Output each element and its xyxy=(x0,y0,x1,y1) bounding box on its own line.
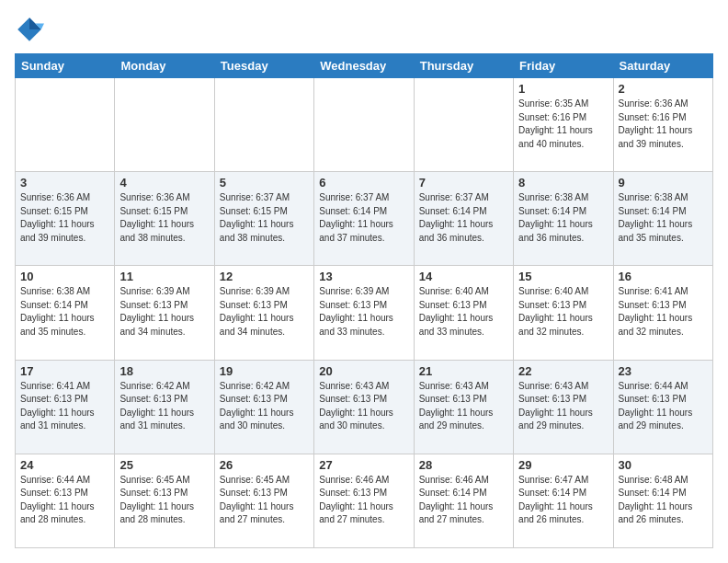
calendar-cell: 11Sunrise: 6:39 AMSunset: 6:13 PMDayligh… xyxy=(115,266,214,360)
day-number: 25 xyxy=(119,458,209,472)
calendar-cell: 7Sunrise: 6:37 AMSunset: 6:14 PMDaylight… xyxy=(414,172,513,266)
day-number: 1 xyxy=(518,82,608,96)
calendar-cell: 29Sunrise: 6:47 AMSunset: 6:14 PMDayligh… xyxy=(514,454,613,547)
week-row-1: 1Sunrise: 6:35 AMSunset: 6:16 PMDaylight… xyxy=(16,78,713,172)
calendar-cell: 5Sunrise: 6:37 AMSunset: 6:15 PMDaylight… xyxy=(214,172,313,266)
day-number: 28 xyxy=(419,458,508,472)
calendar-cell xyxy=(115,78,214,172)
calendar-cell: 9Sunrise: 6:38 AMSunset: 6:14 PMDaylight… xyxy=(613,172,712,266)
day-info: Sunrise: 6:38 AMSunset: 6:14 PMDaylight:… xyxy=(20,285,109,339)
week-row-2: 3Sunrise: 6:36 AMSunset: 6:15 PMDaylight… xyxy=(16,172,713,266)
day-info: Sunrise: 6:41 AMSunset: 6:13 PMDaylight:… xyxy=(20,380,109,433)
calendar-cell: 12Sunrise: 6:39 AMSunset: 6:13 PMDayligh… xyxy=(214,266,313,360)
day-number: 13 xyxy=(319,270,408,283)
day-info: Sunrise: 6:36 AMSunset: 6:15 PMDaylight:… xyxy=(20,191,109,245)
calendar-cell: 18Sunrise: 6:42 AMSunset: 6:13 PMDayligh… xyxy=(115,360,214,454)
calendar-cell: 2Sunrise: 6:36 AMSunset: 6:16 PMDaylight… xyxy=(613,78,712,172)
day-info: Sunrise: 6:46 AMSunset: 6:13 PMDaylight:… xyxy=(319,474,408,527)
day-info: Sunrise: 6:43 AMSunset: 6:13 PMDaylight:… xyxy=(419,380,508,433)
day-info: Sunrise: 6:38 AMSunset: 6:14 PMDaylight:… xyxy=(518,191,608,245)
day-info: Sunrise: 6:35 AMSunset: 6:16 PMDaylight:… xyxy=(518,98,608,151)
week-row-4: 17Sunrise: 6:41 AMSunset: 6:13 PMDayligh… xyxy=(16,360,713,454)
calendar-cell: 6Sunrise: 6:37 AMSunset: 6:14 PMDaylight… xyxy=(314,172,414,266)
calendar-cell xyxy=(214,78,313,172)
calendar-cell: 14Sunrise: 6:40 AMSunset: 6:13 PMDayligh… xyxy=(414,266,513,360)
day-number: 16 xyxy=(619,270,708,283)
calendar-cell xyxy=(16,78,115,172)
day-info: Sunrise: 6:43 AMSunset: 6:13 PMDaylight:… xyxy=(518,380,608,433)
weekday-thursday: Thursday xyxy=(414,54,513,78)
day-info: Sunrise: 6:40 AMSunset: 6:13 PMDaylight:… xyxy=(518,285,608,339)
calendar-cell: 13Sunrise: 6:39 AMSunset: 6:13 PMDayligh… xyxy=(314,266,414,360)
day-number: 4 xyxy=(119,176,209,190)
calendar-cell: 8Sunrise: 6:38 AMSunset: 6:14 PMDaylight… xyxy=(514,172,613,266)
day-info: Sunrise: 6:40 AMSunset: 6:13 PMDaylight:… xyxy=(419,285,508,339)
day-info: Sunrise: 6:48 AMSunset: 6:14 PMDaylight:… xyxy=(619,474,708,527)
day-info: Sunrise: 6:36 AMSunset: 6:16 PMDaylight:… xyxy=(619,98,708,151)
calendar-cell: 16Sunrise: 6:41 AMSunset: 6:13 PMDayligh… xyxy=(613,266,712,360)
page: SundayMondayTuesdayWednesdayThursdayFrid… xyxy=(0,0,728,563)
day-number: 3 xyxy=(20,176,109,190)
day-number: 17 xyxy=(20,364,109,378)
calendar-cell xyxy=(414,78,513,172)
calendar-cell: 23Sunrise: 6:44 AMSunset: 6:13 PMDayligh… xyxy=(613,360,712,454)
day-info: Sunrise: 6:38 AMSunset: 6:14 PMDaylight:… xyxy=(619,191,708,245)
weekday-monday: Monday xyxy=(115,54,214,78)
weekday-tuesday: Tuesday xyxy=(214,54,313,78)
week-row-3: 10Sunrise: 6:38 AMSunset: 6:14 PMDayligh… xyxy=(16,266,713,360)
day-info: Sunrise: 6:37 AMSunset: 6:14 PMDaylight:… xyxy=(319,191,408,245)
day-number: 8 xyxy=(518,176,608,190)
header xyxy=(15,15,713,44)
day-info: Sunrise: 6:42 AMSunset: 6:13 PMDaylight:… xyxy=(119,380,209,433)
day-number: 15 xyxy=(518,270,608,283)
day-info: Sunrise: 6:37 AMSunset: 6:14 PMDaylight:… xyxy=(419,191,508,245)
calendar-cell: 21Sunrise: 6:43 AMSunset: 6:13 PMDayligh… xyxy=(414,360,513,454)
day-number: 22 xyxy=(518,364,608,378)
day-info: Sunrise: 6:41 AMSunset: 6:13 PMDaylight:… xyxy=(619,285,708,339)
weekday-friday: Friday xyxy=(514,54,613,78)
calendar-cell: 30Sunrise: 6:48 AMSunset: 6:14 PMDayligh… xyxy=(613,454,712,547)
day-number: 20 xyxy=(319,364,408,378)
day-info: Sunrise: 6:44 AMSunset: 6:13 PMDaylight:… xyxy=(619,380,708,433)
day-info: Sunrise: 6:39 AMSunset: 6:13 PMDaylight:… xyxy=(319,285,408,339)
day-info: Sunrise: 6:39 AMSunset: 6:13 PMDaylight:… xyxy=(119,285,209,339)
day-number: 9 xyxy=(619,176,708,190)
day-info: Sunrise: 6:45 AMSunset: 6:13 PMDaylight:… xyxy=(220,474,309,527)
day-info: Sunrise: 6:45 AMSunset: 6:13 PMDaylight:… xyxy=(119,474,209,527)
calendar-cell: 4Sunrise: 6:36 AMSunset: 6:15 PMDaylight… xyxy=(115,172,214,266)
day-number: 7 xyxy=(419,176,508,190)
day-number: 29 xyxy=(518,458,608,472)
calendar-cell: 10Sunrise: 6:38 AMSunset: 6:14 PMDayligh… xyxy=(16,266,115,360)
day-number: 11 xyxy=(119,270,209,283)
calendar-cell: 17Sunrise: 6:41 AMSunset: 6:13 PMDayligh… xyxy=(16,360,115,454)
calendar-cell: 27Sunrise: 6:46 AMSunset: 6:13 PMDayligh… xyxy=(314,454,414,547)
day-info: Sunrise: 6:43 AMSunset: 6:13 PMDaylight:… xyxy=(319,380,408,433)
calendar-cell: 25Sunrise: 6:45 AMSunset: 6:13 PMDayligh… xyxy=(115,454,214,547)
week-row-5: 24Sunrise: 6:44 AMSunset: 6:13 PMDayligh… xyxy=(16,454,713,547)
day-number: 14 xyxy=(419,270,508,283)
day-info: Sunrise: 6:36 AMSunset: 6:15 PMDaylight:… xyxy=(119,191,209,245)
day-number: 24 xyxy=(20,458,109,472)
day-number: 19 xyxy=(220,364,309,378)
logo xyxy=(15,15,48,44)
day-number: 23 xyxy=(619,364,708,378)
day-number: 21 xyxy=(419,364,508,378)
day-info: Sunrise: 6:44 AMSunset: 6:13 PMDaylight:… xyxy=(20,474,109,527)
day-info: Sunrise: 6:47 AMSunset: 6:14 PMDaylight:… xyxy=(518,474,608,527)
day-number: 5 xyxy=(220,176,309,190)
calendar-cell: 28Sunrise: 6:46 AMSunset: 6:14 PMDayligh… xyxy=(414,454,513,547)
calendar-cell: 20Sunrise: 6:43 AMSunset: 6:13 PMDayligh… xyxy=(314,360,414,454)
day-number: 6 xyxy=(319,176,408,190)
calendar-cell: 19Sunrise: 6:42 AMSunset: 6:13 PMDayligh… xyxy=(214,360,313,454)
calendar-cell: 26Sunrise: 6:45 AMSunset: 6:13 PMDayligh… xyxy=(214,454,313,547)
day-number: 18 xyxy=(119,364,209,378)
day-number: 27 xyxy=(319,458,408,472)
day-number: 30 xyxy=(619,458,708,472)
weekday-saturday: Saturday xyxy=(613,54,712,78)
day-info: Sunrise: 6:37 AMSunset: 6:15 PMDaylight:… xyxy=(220,191,309,245)
day-number: 12 xyxy=(220,270,309,283)
calendar-cell: 22Sunrise: 6:43 AMSunset: 6:13 PMDayligh… xyxy=(514,360,613,454)
day-number: 26 xyxy=(220,458,309,472)
day-info: Sunrise: 6:46 AMSunset: 6:14 PMDaylight:… xyxy=(419,474,508,527)
calendar-cell xyxy=(314,78,414,172)
